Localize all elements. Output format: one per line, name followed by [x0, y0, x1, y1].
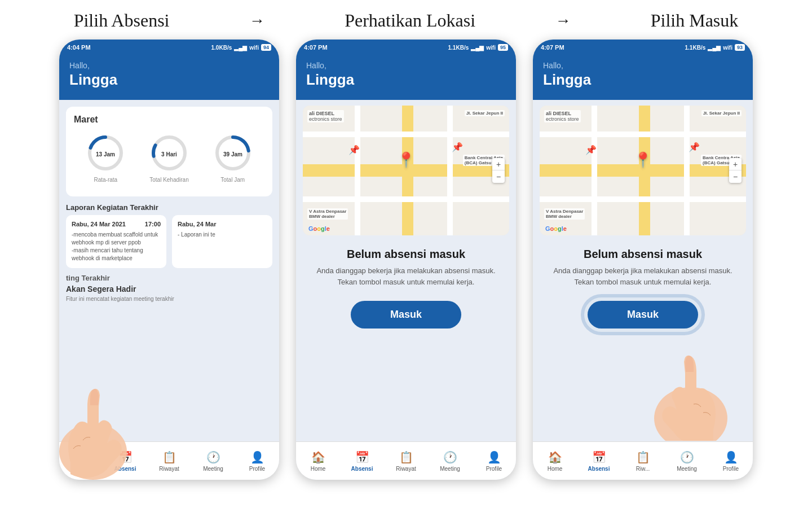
map-pin-blue-2-3: 📌	[689, 142, 700, 152]
wifi-icon-3: wifi	[723, 45, 732, 51]
status-bar-2: 4:07 PM 1.1KB/s ▂▄▆ wifi 95	[296, 40, 516, 55]
road-v-right	[447, 106, 453, 235]
masuk-button-2[interactable]: Masuk	[351, 301, 461, 329]
signal-speed-1: 1.0KB/s	[211, 45, 232, 51]
nav-riwayat-3[interactable]: 📋 Riw...	[621, 450, 665, 472]
bottom-nav-2: 🏠 Home 📅 Absensi 📋 Riwayat 🕐 Meeting 👤 P…	[296, 441, 516, 480]
nav-absensi-3[interactable]: 📅 Absensi	[577, 450, 621, 472]
username-2: Lingga	[306, 71, 506, 89]
nav-riwayat-1[interactable]: 📋 Riwayat	[147, 450, 191, 472]
phone-body-2: ali DIESELectronics store Jl. Sekar Jepu…	[296, 100, 516, 441]
signal-bars-1: ▂▄▆	[234, 45, 247, 51]
hand-cursor-3	[629, 328, 742, 441]
absensi-desc-3: Anda dianggap bekerja jika melakukan abs…	[543, 265, 743, 287]
stat-kehadiran: 3 Hari Total Kehadiran	[149, 133, 189, 183]
battery-2: 95	[498, 44, 508, 51]
step-arrow-1: →	[249, 12, 265, 30]
status-time-1: 4:04 PM	[67, 44, 91, 51]
absensi-title-3: Belum absensi masuk	[543, 248, 743, 261]
wifi-icon-1: wifi	[249, 45, 259, 51]
maret-title: Maret	[74, 115, 264, 125]
map-pin-red: 📍	[397, 151, 415, 169]
zoom-in-2[interactable]: +	[492, 158, 505, 170]
zoom-out-3[interactable]: −	[729, 170, 742, 183]
nav-riwayat-2[interactable]: 📋 Riwayat	[384, 450, 428, 472]
zoom-out-2[interactable]: −	[492, 170, 505, 183]
activity-cards: Rabu, 24 Mar 2021 17:00 -mencoba membuat…	[66, 215, 272, 268]
absensi-content-3: Belum absensi masuk Anda dianggap bekerj…	[533, 241, 753, 335]
phone-body-1: Maret 13 Jam Rata-rata	[59, 100, 279, 446]
nav-profile-2[interactable]: 👤 Profile	[472, 450, 516, 472]
greeting-3: Hallo,	[543, 61, 743, 70]
wifi-icon-2: wifi	[486, 45, 496, 51]
home-label-1: Home	[74, 466, 89, 472]
home-icon-1: 🏠	[74, 450, 89, 464]
stat-rata-rata: 13 Jam Rata-rata	[85, 133, 126, 183]
home-icon-3: 🏠	[548, 450, 562, 464]
masuk-btn-wrapper-3: Masuk	[588, 301, 698, 329]
road-v-right-3	[684, 106, 690, 235]
coming-soon-desc: Fitur ini mencatat kegiatan meeting tera…	[66, 296, 272, 302]
status-right-3: 1.1KB/s ▂▄▆ wifi 93	[685, 44, 745, 51]
absensi-title-2: Belum absensi masuk	[306, 248, 506, 261]
home-label-3: Home	[548, 466, 563, 472]
nav-home-1[interactable]: 🏠 Home	[59, 450, 103, 472]
meeting-section-title: ting Terakhir	[66, 274, 272, 282]
svg-text:13 Jam: 13 Jam	[96, 151, 115, 157]
absensi-icon-2: 📅	[355, 450, 369, 464]
nav-home-2[interactable]: 🏠 Home	[296, 450, 340, 472]
svg-text:3 Hari: 3 Hari	[161, 151, 177, 157]
phone-header-1: Hallo, Lingga	[59, 55, 279, 100]
road-h-top	[303, 132, 509, 137]
home-label-2: Home	[311, 466, 326, 472]
greeting-2: Hallo,	[306, 61, 506, 70]
signal-speed-2: 1.1KB/s	[448, 45, 469, 51]
nav-absensi-1[interactable]: 📅 Absensi	[103, 450, 147, 472]
phone-1: 4:04 PM 1.0KB/s ▂▄▆ wifi 94 Hallo, Lingg…	[59, 40, 279, 480]
maret-card: Maret 13 Jam Rata-rata	[66, 107, 272, 196]
profile-icon-1: 👤	[250, 450, 264, 464]
riwayat-icon-1: 📋	[162, 450, 176, 464]
map-label-diesel: ali DIESELectronics store	[307, 110, 344, 122]
map-zoom-btns-2[interactable]: + −	[492, 158, 505, 183]
nav-profile-1[interactable]: 👤 Profile	[235, 450, 279, 472]
meeting-label-2: Meeting	[440, 466, 460, 472]
nav-meeting-2[interactable]: 🕐 Meeting	[428, 450, 472, 472]
zoom-in-3[interactable]: +	[729, 158, 742, 170]
stat-total-jam: 39 Jam Total Jam	[213, 133, 253, 183]
nav-absensi-2[interactable]: 📅 Absensi	[340, 450, 384, 472]
status-time-2: 4:07 PM	[304, 44, 328, 51]
masuk-button-3[interactable]: Masuk	[588, 301, 698, 329]
road-v-left	[355, 106, 360, 235]
road-h-top-3	[540, 132, 746, 137]
circle-total-jam: 39 Jam	[213, 133, 253, 173]
phone-header-3: Hallo, Lingga	[533, 55, 753, 100]
riwayat-icon-3: 📋	[636, 450, 650, 464]
nav-profile-3[interactable]: 👤 Profile	[709, 450, 753, 472]
road-h-bot	[303, 196, 509, 202]
map-label-jalan-3: Jl. Sekar Jepun II	[701, 110, 742, 116]
activity-text-2: - Laporan ini te	[178, 231, 267, 239]
greeting-1: Hallo,	[69, 61, 269, 70]
username-3: Lingga	[543, 71, 743, 89]
svg-point-10	[654, 387, 727, 441]
riwayat-label-3: Riw...	[636, 466, 650, 472]
road-v-main	[402, 106, 413, 235]
absensi-label-2: Absensi	[351, 466, 373, 472]
road-v-left-3	[592, 106, 597, 235]
label-kehadiran: Total Kehadiran	[149, 177, 189, 183]
svg-text:39 Jam: 39 Jam	[223, 151, 242, 157]
phone-2: 4:07 PM 1.1KB/s ▂▄▆ wifi 95 Hallo, Lingg…	[296, 40, 516, 480]
absensi-icon-3: 📅	[592, 450, 606, 464]
label-rata-rata: Rata-rata	[94, 177, 117, 183]
phones-row: 4:04 PM 1.0KB/s ▂▄▆ wifi 94 Hallo, Lingg…	[0, 40, 812, 480]
activity-card-1: Rabu, 24 Mar 2021 17:00 -mencoba membuat…	[66, 215, 166, 268]
map-pin-blue-1: 📌	[348, 144, 360, 155]
circle-jam: 13 Jam	[85, 133, 126, 173]
nav-meeting-3[interactable]: 🕐 Meeting	[665, 450, 709, 472]
coming-soon-title: Akan Segera Hadir	[66, 284, 272, 294]
activity-date-text-1: Rabu, 24 Mar 2021	[72, 221, 126, 227]
nav-home-3[interactable]: 🏠 Home	[533, 450, 577, 472]
map-zoom-btns-3[interactable]: + −	[729, 158, 742, 183]
nav-meeting-1[interactable]: 🕐 Meeting	[191, 450, 235, 472]
